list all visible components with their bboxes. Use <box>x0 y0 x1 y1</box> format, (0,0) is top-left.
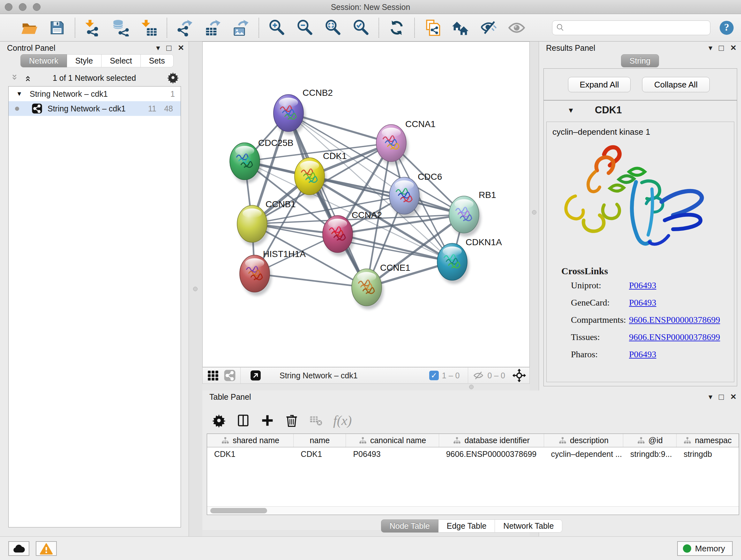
crosslink-link[interactable]: P06493 <box>629 298 657 308</box>
search-input[interactable] <box>552 20 711 35</box>
help-button[interactable]: ? <box>719 20 735 36</box>
table-cell[interactable]: cyclin–dependent ... <box>544 447 623 461</box>
column-header-name[interactable]: name <box>293 434 346 447</box>
cloud-status-button[interactable] <box>8 541 29 556</box>
close-panel-icon[interactable]: ✕ <box>730 43 737 53</box>
table-cell[interactable]: 9606.ENSP00000378699 <box>439 447 544 461</box>
table-cell[interactable]: CDK1 <box>293 447 346 461</box>
tab-select[interactable]: Select <box>102 54 140 67</box>
tab-edge-table[interactable]: Edge Table <box>439 519 495 533</box>
network-node-hist1h1a[interactable] <box>240 255 272 296</box>
network-node-ccnb2[interactable] <box>273 95 306 135</box>
column-header-canonical-name[interactable]: canonical name <box>346 434 439 447</box>
crosslink-label: GeneCard: <box>571 298 610 308</box>
collapse-arrow-icon[interactable]: ▼ <box>16 86 22 101</box>
crosslink-row: Uniprot:P06493 <box>547 276 734 294</box>
table-cell[interactable]: stringdb:9... <box>623 447 677 461</box>
show-all-button[interactable] <box>508 18 526 37</box>
column-header-shared-name[interactable]: shared name <box>207 434 293 447</box>
column-header-database-identifier[interactable]: database identifier <box>439 434 544 447</box>
table-hscrollbar[interactable] <box>207 506 739 515</box>
first-neighbors-button[interactable] <box>451 18 470 37</box>
maximize-panel-icon[interactable]: □ <box>719 43 724 53</box>
close-panel-icon[interactable]: ✕ <box>730 392 737 402</box>
float-panel-icon[interactable]: ▾ <box>709 392 712 402</box>
float-panel-icon[interactable]: ▾ <box>709 43 712 53</box>
zoom-out-button[interactable] <box>295 18 314 37</box>
network-node-ccna2[interactable] <box>323 215 354 256</box>
crosslink-link[interactable]: 9606.ENSP00000378699 <box>629 315 720 325</box>
collapse-all-button[interactable]: Collapse All <box>642 77 710 92</box>
float-panel-icon[interactable]: ▾ <box>156 43 160 53</box>
column-header--id[interactable]: @id <box>623 434 677 447</box>
network-view-toolbar: String Network – cdk1 ✓ 1 – 0 0 – 0 <box>202 367 530 384</box>
hide-selected-button[interactable] <box>479 18 498 37</box>
export-image-button[interactable] <box>232 18 250 37</box>
save-session-button[interactable] <box>48 18 66 37</box>
maximize-panel-icon[interactable]: □ <box>719 392 724 402</box>
import-table-button[interactable] <box>140 18 158 37</box>
export-network-button[interactable] <box>176 18 194 37</box>
gene-header[interactable]: ▼ CDK1 <box>544 101 737 121</box>
collapse-gene-icon[interactable]: ▼ <box>567 106 575 115</box>
node-label-cdc25b: CDC25B <box>258 138 293 148</box>
detach-view-icon[interactable] <box>250 369 262 381</box>
table-options-gear-icon[interactable] <box>212 414 226 428</box>
search-box <box>552 20 711 35</box>
open-session-button[interactable] <box>20 18 38 37</box>
node-table[interactable]: shared namenamecanonical namedatabase id… <box>207 434 739 515</box>
table-cell[interactable]: stringdb <box>677 447 739 461</box>
show-columns-icon[interactable] <box>236 414 250 428</box>
duplicate-network-button[interactable] <box>423 18 442 37</box>
export-table-button[interactable] <box>204 18 222 37</box>
network-node-cdk1[interactable] <box>294 158 327 198</box>
pan-mode-icon[interactable] <box>512 368 526 382</box>
bottom-splitter[interactable] <box>202 384 530 390</box>
zoom-selected-button[interactable] <box>352 18 370 37</box>
crosslink-link[interactable]: 9606.ENSP00000378699 <box>629 332 720 342</box>
network-collection-row[interactable]: ▼ String Network – cdk1 1 <box>9 86 181 101</box>
network-node-ccne1[interactable] <box>352 269 384 309</box>
network-node-cdkn1a[interactable] <box>437 243 469 284</box>
tab-network[interactable]: Network <box>20 54 67 67</box>
network-options-gear-icon[interactable] <box>167 71 179 84</box>
close-panel-icon[interactable]: ✕ <box>178 43 184 53</box>
tab-style[interactable]: Style <box>67 54 102 67</box>
search-icon <box>555 23 565 33</box>
table-cell[interactable]: P06493 <box>346 447 439 461</box>
maximize-panel-icon[interactable]: □ <box>166 43 172 53</box>
network-node-cdc6[interactable] <box>389 177 421 218</box>
birdseye-view-icon[interactable] <box>207 369 219 381</box>
network-node-rb1[interactable] <box>449 196 481 237</box>
left-splitter[interactable] <box>189 42 202 537</box>
import-network-button[interactable] <box>84 18 102 37</box>
zoom-fit-button[interactable] <box>324 18 342 37</box>
tab-string[interactable]: String <box>621 54 659 67</box>
tab-node-table[interactable]: Node Table <box>381 519 439 533</box>
warnings-button[interactable] <box>36 541 57 556</box>
import-network-from-database-button[interactable] <box>112 18 130 37</box>
crosslinks-section: CrossLinks Uniprot:P06493GeneCard:P06493… <box>547 266 734 363</box>
crosslink-link[interactable]: P06493 <box>629 349 657 360</box>
table-row[interactable]: CDK1CDK1P064939606.ENSP00000378699cyclin… <box>207 447 739 461</box>
zoom-in-button[interactable] <box>267 18 286 37</box>
expand-all-button[interactable]: Expand All <box>568 77 630 92</box>
hscrollbar-thumb[interactable] <box>210 508 267 513</box>
network-row[interactable]: String Network – cdk1 11 48 <box>9 101 181 116</box>
refresh-button[interactable] <box>387 18 406 37</box>
add-column-icon[interactable] <box>260 414 274 428</box>
network-edge[interactable] <box>288 113 367 287</box>
tab-network-table[interactable]: Network Table <box>495 519 562 533</box>
node-label-ccnb1: CCNB1 <box>266 199 296 209</box>
crosslink-link[interactable]: P06493 <box>629 280 657 291</box>
selected-checkbox-icon[interactable]: ✓ <box>429 371 439 380</box>
network-node-ccnb1[interactable] <box>237 205 269 246</box>
column-header-namespac[interactable]: namespac <box>677 434 739 447</box>
tab-sets[interactable]: Sets <box>141 54 174 67</box>
network-canvas[interactable]: CCNB2CCNA1CDC25BCDK1CDC6RB1CCNB1CCNA2CDK… <box>202 42 530 367</box>
memory-button[interactable]: Memory <box>677 541 733 556</box>
table-cell[interactable]: CDK1 <box>207 447 293 461</box>
column-header-description[interactable]: description <box>544 434 623 447</box>
zoom-out-icon <box>296 19 313 37</box>
delete-column-icon[interactable] <box>285 414 299 428</box>
